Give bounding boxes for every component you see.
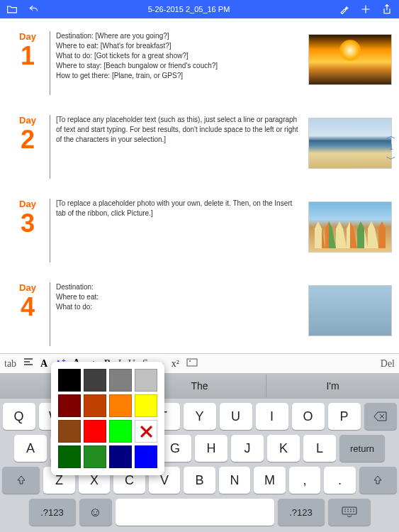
color-swatch[interactable]: [58, 369, 81, 392]
color-swatch[interactable]: [84, 394, 106, 417]
color-swatch[interactable]: [84, 420, 106, 443]
key-o[interactable]: O: [292, 403, 325, 430]
tab-button[interactable]: tab: [4, 358, 16, 370]
key-shift-right[interactable]: [359, 467, 397, 494]
share-icon[interactable]: [381, 3, 393, 16]
divider: [50, 199, 50, 262]
key-,[interactable]: ,: [289, 467, 321, 494]
color-swatch[interactable]: [135, 445, 157, 468]
font-color-black[interactable]: A: [40, 358, 47, 370]
key-numbers-right[interactable]: .?123: [278, 499, 325, 526]
key-y[interactable]: Y: [184, 403, 216, 430]
key-i[interactable]: I: [256, 403, 288, 430]
color-swatch[interactable]: [84, 369, 106, 392]
page-down-chevron[interactable]: ﹀: [386, 154, 396, 164]
svg-point-1: [189, 360, 191, 362]
color-swatch[interactable]: [109, 445, 132, 468]
color-swatch-none[interactable]: [135, 420, 157, 443]
key-b[interactable]: B: [184, 467, 215, 494]
key-n[interactable]: N: [219, 467, 251, 494]
day-text[interactable]: Destination: [Where are you going?]Where…: [56, 31, 308, 81]
divider: [50, 115, 50, 179]
key-l[interactable]: L: [303, 435, 336, 462]
key-backspace[interactable]: [364, 403, 397, 430]
key-k[interactable]: K: [267, 435, 300, 462]
undo-icon[interactable]: [27, 3, 40, 16]
delete-button[interactable]: Del: [381, 358, 395, 370]
key-.[interactable]: .: [324, 467, 356, 494]
document-title: 5-26-2015 2_05_16 PM: [148, 5, 230, 13]
key-u[interactable]: U: [220, 403, 252, 430]
superscript-button[interactable]: x²: [172, 358, 179, 370]
key-shift-left[interactable]: [2, 467, 40, 494]
document-canvas[interactable]: Day1Destination: [Where are you going?]W…: [0, 18, 399, 353]
divider: [50, 31, 50, 95]
key-h[interactable]: H: [195, 435, 227, 462]
key-return[interactable]: return: [339, 435, 385, 462]
day-image[interactable]: [308, 34, 392, 85]
key-space[interactable]: [116, 499, 274, 526]
suggestion-3[interactable]: I'm: [266, 375, 399, 397]
key-q[interactable]: Q: [3, 403, 35, 430]
color-swatch[interactable]: [109, 420, 132, 443]
day-image[interactable]: [308, 118, 392, 169]
color-swatch[interactable]: [58, 394, 81, 417]
key-j[interactable]: J: [231, 435, 264, 462]
plus-icon[interactable]: [359, 3, 372, 16]
page-indicator: ︿ 1 ﹀: [386, 131, 396, 164]
day-label: Day3: [7, 199, 48, 236]
color-swatch[interactable]: [84, 445, 106, 468]
page-up-chevron[interactable]: ︿: [386, 131, 396, 140]
day-text[interactable]: Destination:Where to eat:What to do:: [56, 282, 308, 312]
day-image[interactable]: [308, 285, 392, 336]
day-block: Day1Destination: [Where are you going?]W…: [7, 31, 392, 95]
color-swatch[interactable]: [109, 394, 132, 417]
insert-image-icon[interactable]: [186, 358, 198, 370]
day-block: Day3[To replace a placeholder photo with…: [7, 199, 392, 262]
color-swatch[interactable]: [135, 369, 157, 392]
wrench-icon[interactable]: [338, 3, 351, 16]
key-numbers[interactable]: .?123: [29, 499, 76, 526]
color-swatch[interactable]: [58, 445, 81, 468]
svg-rect-2: [342, 507, 356, 514]
page-number: 1: [389, 143, 393, 151]
key-p[interactable]: P: [328, 403, 361, 430]
key-emoji[interactable]: ☺: [79, 499, 112, 526]
key-dismiss-keyboard[interactable]: [328, 499, 371, 526]
day-text[interactable]: [To replace any placeholder text (such a…: [56, 115, 308, 145]
day-block: Day4Destination:Where to eat:What to do:: [7, 282, 392, 346]
color-swatch[interactable]: [135, 394, 157, 417]
color-picker-popup: [51, 362, 164, 475]
divider: [50, 282, 50, 346]
color-swatch[interactable]: [58, 420, 81, 443]
day-image[interactable]: [308, 201, 392, 253]
key-a[interactable]: A: [14, 435, 47, 462]
day-label: Day2: [7, 115, 48, 153]
key-m[interactable]: M: [254, 467, 286, 494]
svg-rect-0: [187, 359, 197, 366]
align-icon[interactable]: [23, 358, 33, 370]
day-block: Day2[To replace any placeholder text (su…: [7, 115, 392, 179]
day-text[interactable]: [To replace a placeholder photo with you…: [56, 199, 308, 218]
day-label: Day4: [7, 282, 48, 320]
day-label: Day1: [7, 31, 48, 69]
folder-icon[interactable]: [6, 3, 18, 16]
top-toolbar: 5-26-2015 2_05_16 PM: [0, 0, 399, 18]
color-swatch[interactable]: [109, 369, 132, 392]
